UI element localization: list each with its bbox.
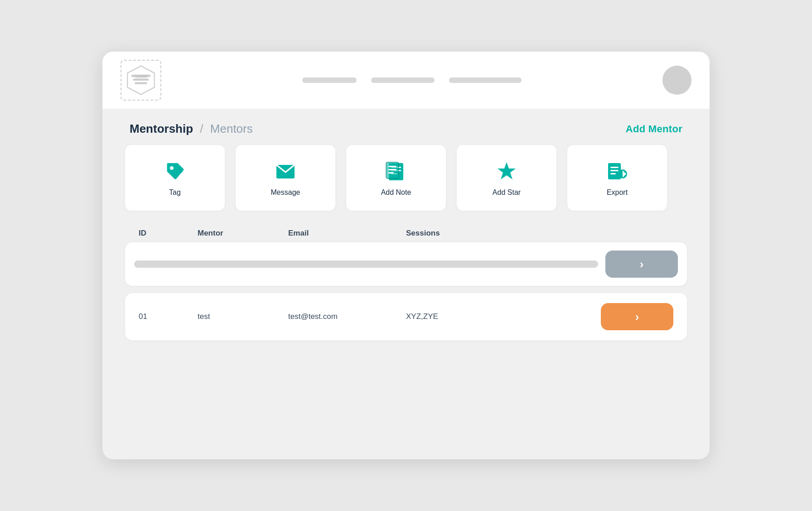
svg-rect-20 <box>610 173 616 174</box>
svg-marker-16 <box>498 162 516 179</box>
add-note-label: Add Note <box>381 188 411 197</box>
breadcrumb-row: Mentorship / Mentors Add Mentor <box>102 109 710 145</box>
nav-link-2[interactable] <box>371 77 435 83</box>
table-section: ID Mentor Email Sessions › 01 test test@… <box>102 220 710 347</box>
row-arrow-icon: › <box>635 310 639 324</box>
cell-sessions: XYZ,ZYE <box>406 312 601 321</box>
export-label: Export <box>607 188 628 197</box>
breadcrumb-separator: / <box>200 122 203 135</box>
cell-mentor: test <box>198 312 288 321</box>
search-nav-button[interactable]: › <box>605 251 678 278</box>
add-note-icon <box>384 159 408 183</box>
svg-rect-19 <box>610 170 619 171</box>
cell-id: 01 <box>139 312 198 321</box>
nav-link-3[interactable] <box>449 77 522 83</box>
svg-rect-3 <box>135 82 147 84</box>
breadcrumb-root: Mentorship <box>130 122 193 135</box>
action-card-add-note[interactable]: Add Note <box>346 145 446 211</box>
action-cards-row: Tag Message <box>102 145 710 220</box>
cell-email: test@test.com <box>288 312 406 321</box>
logo-box: LOGO <box>121 60 161 101</box>
tag-label: Tag <box>169 188 181 197</box>
add-mentor-button[interactable]: Add Mentor <box>626 123 682 135</box>
table-header: ID Mentor Email Sessions <box>125 224 687 242</box>
col-header-id: ID <box>139 229 198 238</box>
breadcrumb: Mentorship / Mentors <box>130 122 253 136</box>
nav-link-1[interactable] <box>302 77 357 83</box>
svg-rect-13 <box>388 166 396 167</box>
col-header-mentor: Mentor <box>198 229 288 238</box>
add-star-icon <box>495 159 518 183</box>
action-card-export[interactable]: Export <box>567 145 667 211</box>
message-icon <box>274 159 297 183</box>
action-card-tag[interactable]: Tag <box>125 145 225 211</box>
search-arrow-icon: › <box>640 257 644 271</box>
nav-links <box>179 77 644 83</box>
breadcrumb-current: Mentors <box>210 122 253 135</box>
action-card-message[interactable]: Message <box>236 145 335 211</box>
tag-icon <box>163 159 187 183</box>
top-nav: LOGO <box>102 52 710 109</box>
table-row: 01 test test@test.com XYZ,ZYE › <box>125 293 687 340</box>
col-header-email: Email <box>288 229 406 238</box>
svg-rect-18 <box>610 167 619 168</box>
app-container: LOGO Mentorship / Mentors Add Mentor <box>102 52 710 459</box>
action-card-add-star[interactable]: Add Star <box>457 145 556 211</box>
export-icon <box>605 159 629 183</box>
svg-rect-2 <box>133 79 149 81</box>
logo-icon: LOGO <box>125 64 157 96</box>
col-header-sessions: Sessions <box>406 229 497 238</box>
svg-text:LOGO: LOGO <box>135 74 147 79</box>
search-bar[interactable] <box>134 260 598 268</box>
add-star-label: Add Star <box>493 188 521 197</box>
svg-point-5 <box>170 166 174 170</box>
message-label: Message <box>271 188 300 197</box>
svg-rect-15 <box>388 172 394 174</box>
row-nav-button[interactable]: › <box>601 303 673 330</box>
svg-rect-14 <box>388 169 396 170</box>
avatar[interactable] <box>662 66 691 95</box>
search-row: › <box>125 242 687 286</box>
